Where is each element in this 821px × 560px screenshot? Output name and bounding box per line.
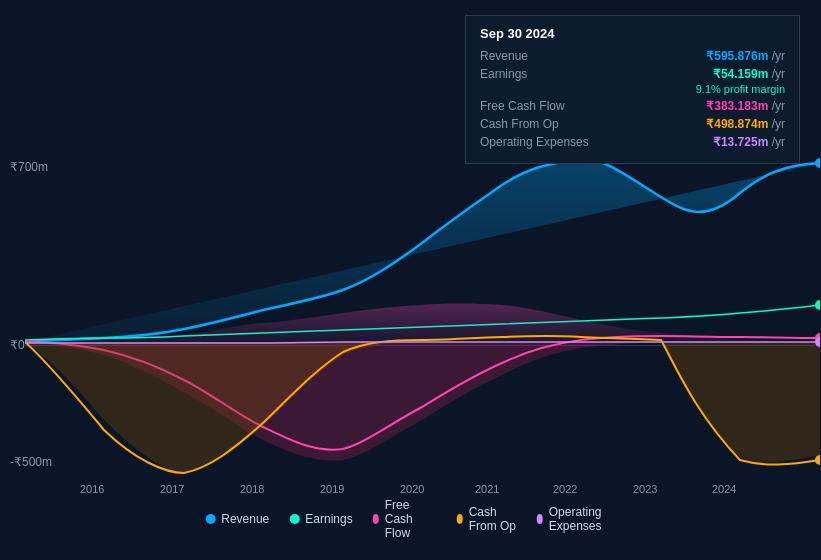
- legend-revenue-dot: [205, 514, 215, 524]
- tooltip-cashop-row: Cash From Op ₹498.874m /yr: [480, 117, 785, 131]
- x-label-2019: 2019: [320, 483, 344, 495]
- legend-fcf-label: Free Cash Flow: [385, 498, 437, 540]
- x-label-2022: 2022: [553, 483, 577, 495]
- tooltip-earnings-sub: 9.1% profit margin: [480, 83, 785, 95]
- tooltip-opex-row: Operating Expenses ₹13.725m /yr: [480, 135, 785, 149]
- cash-neg-area-late: [661, 342, 820, 462]
- tooltip-date: Sep 30 2024: [480, 26, 785, 41]
- legend-opex[interactable]: Operating Expenses: [537, 505, 616, 533]
- legend-cashop-dot: [457, 514, 463, 524]
- legend-opex-label: Operating Expenses: [549, 505, 616, 533]
- tooltip-revenue-value: ₹595.876m /yr: [706, 49, 785, 63]
- x-label-2023: 2023: [633, 483, 657, 495]
- chart-legend: Revenue Earnings Free Cash Flow Cash Fro…: [205, 498, 616, 540]
- legend-earnings[interactable]: Earnings: [289, 512, 352, 526]
- tooltip-box: Sep 30 2024 Revenue ₹595.876m /yr Earnin…: [465, 15, 800, 164]
- legend-cashop[interactable]: Cash From Op: [457, 505, 517, 533]
- x-label-2018: 2018: [240, 483, 264, 495]
- tooltip-earnings-row: Earnings ₹54.159m /yr: [480, 67, 785, 81]
- legend-earnings-dot: [289, 514, 299, 524]
- x-label-2016: 2016: [80, 483, 104, 495]
- tooltip-fcf-value: ₹383.183m /yr: [706, 99, 785, 113]
- tooltip-fcf-label: Free Cash Flow: [480, 99, 565, 113]
- x-label-2020: 2020: [400, 483, 424, 495]
- cashop-dot: [815, 455, 820, 465]
- y-label-0: ₹0: [10, 338, 25, 352]
- tooltip-fcf-row: Free Cash Flow ₹383.183m /yr: [480, 99, 785, 113]
- tooltip-cashop-label: Cash From Op: [480, 117, 559, 131]
- legend-fcf-dot: [373, 514, 379, 524]
- revenue-dot: [815, 158, 820, 168]
- x-label-2024: 2024: [712, 483, 736, 495]
- tooltip-revenue-label: Revenue: [480, 49, 528, 63]
- legend-cashop-label: Cash From Op: [469, 505, 517, 533]
- legend-revenue-label: Revenue: [221, 512, 269, 526]
- chart-container: Sep 30 2024 Revenue ₹595.876m /yr Earnin…: [0, 0, 821, 560]
- tooltip-revenue-row: Revenue ₹595.876m /yr: [480, 49, 785, 63]
- tooltip-opex-label: Operating Expenses: [480, 135, 589, 149]
- tooltip-opex-value: ₹13.725m /yr: [713, 135, 785, 149]
- legend-earnings-label: Earnings: [305, 512, 352, 526]
- legend-opex-dot: [537, 514, 543, 524]
- x-label-2017: 2017: [160, 483, 184, 495]
- legend-revenue[interactable]: Revenue: [205, 512, 269, 526]
- x-label-2021: 2021: [475, 483, 499, 495]
- chart-svg: [25, 155, 820, 475]
- legend-fcf[interactable]: Free Cash Flow: [373, 498, 437, 540]
- tooltip-cashop-value: ₹498.874m /yr: [706, 117, 785, 131]
- tooltip-earnings-value: ₹54.159m /yr: [713, 67, 785, 81]
- tooltip-earnings-label: Earnings: [480, 67, 527, 81]
- earnings-dot: [815, 300, 820, 310]
